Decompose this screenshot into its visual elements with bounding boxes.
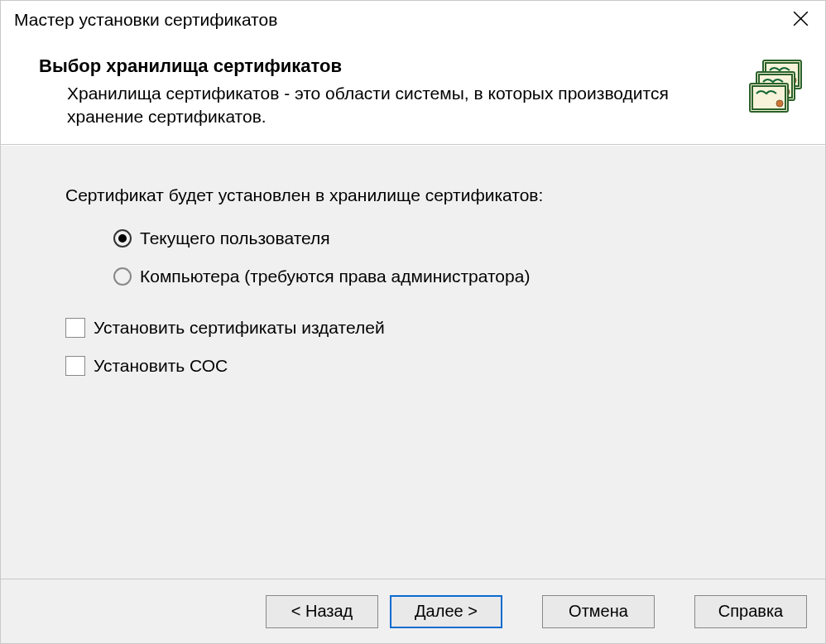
radio-computer[interactable]: Компьютера (требуются права администрато… xyxy=(113,267,784,286)
titlebar: Мастер установки сертификатов xyxy=(1,1,825,39)
radio-icon xyxy=(113,267,132,286)
checkbox-label: Установить СОС xyxy=(94,356,228,376)
wizard-body: Сертификат будет установлен в хранилище … xyxy=(1,145,825,579)
store-radio-group: Текущего пользователя Компьютера (требую… xyxy=(65,228,784,286)
close-button[interactable] xyxy=(776,1,825,39)
back-button[interactable]: < Назад xyxy=(266,595,378,628)
next-button[interactable]: Далее > xyxy=(390,595,502,628)
radio-current-user[interactable]: Текущего пользователя xyxy=(113,228,784,248)
svg-rect-8 xyxy=(750,84,788,112)
help-button[interactable]: Справка xyxy=(694,595,807,628)
header-description: Хранилища сертификатов - это области сис… xyxy=(39,82,693,129)
wizard-window: Мастер установки сертификатов Выбор хран… xyxy=(0,0,826,644)
cancel-button[interactable]: Отмена xyxy=(542,595,655,628)
radio-label: Текущего пользователя xyxy=(140,228,330,248)
checkbox-label: Установить сертификаты издателей xyxy=(94,318,385,338)
extra-checks: Установить сертификаты издателей Установ… xyxy=(65,318,784,376)
header-text: Выбор хранилища сертификатов Хранилища с… xyxy=(39,55,746,129)
wizard-header: Выбор хранилища сертификатов Хранилища с… xyxy=(1,39,825,145)
store-prompt: Сертификат будет установлен в хранилище … xyxy=(65,185,784,205)
wizard-footer: < Назад Далее > Отмена Справка xyxy=(1,579,825,643)
radio-icon xyxy=(113,229,132,248)
svg-point-10 xyxy=(776,100,783,107)
check-install-crl[interactable]: Установить СОС xyxy=(65,356,784,376)
header-title: Выбор хранилища сертификатов xyxy=(39,55,746,77)
close-icon xyxy=(793,11,809,30)
certificate-stack-icon xyxy=(746,55,810,129)
checkbox-icon xyxy=(65,356,85,376)
checkbox-icon xyxy=(65,318,85,338)
radio-label: Компьютера (требуются права администрато… xyxy=(140,267,530,286)
check-install-publishers[interactable]: Установить сертификаты издателей xyxy=(65,318,784,338)
window-title: Мастер установки сертификатов xyxy=(14,10,277,30)
